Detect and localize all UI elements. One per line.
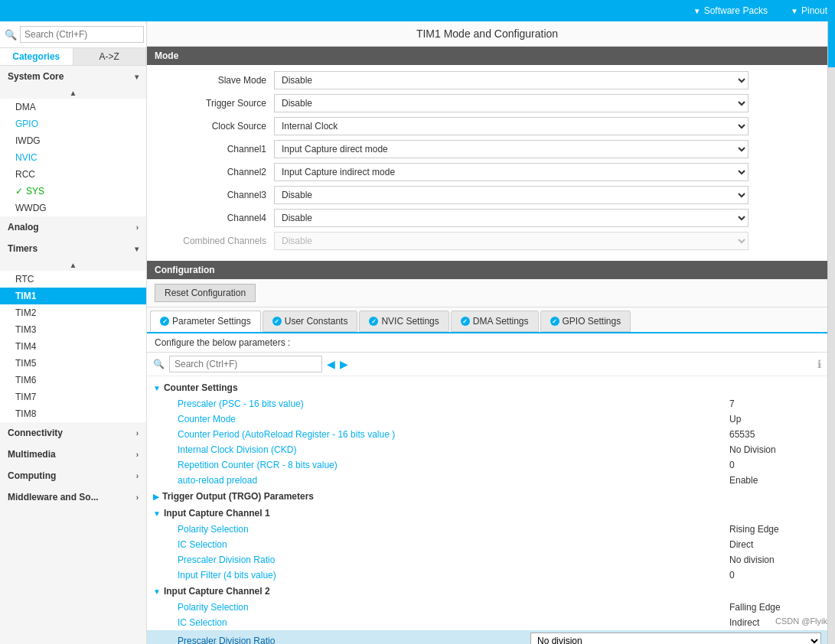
reset-btn-row: Reset Configuration: [147, 279, 827, 307]
sidebar-item-iwdg[interactable]: IWDG: [0, 132, 146, 149]
clock-source-label: Clock Source: [159, 121, 274, 132]
sidebar-item-sys[interactable]: ✓ SYS: [0, 183, 146, 200]
check-icon: ✓: [15, 186, 23, 197]
selected-prescaler-label: Prescaler Division Ratio: [178, 636, 530, 644]
tree-item-label: auto-reload preload: [178, 475, 729, 486]
channel1-select[interactable]: Input Capture direct mode: [274, 140, 749, 158]
tree-group-ic-channel2[interactable]: ▼ Input Capture Channel 2: [147, 583, 827, 600]
combined-channels-select[interactable]: Disable: [274, 232, 749, 250]
tab-dma-settings[interactable]: ✓ DMA Settings: [451, 311, 539, 332]
tab-parameter-settings[interactable]: ✓ Parameter Settings: [150, 311, 261, 332]
chevron-right-icon: ›: [136, 429, 139, 437]
sidebar-item-dma[interactable]: DMA: [0, 99, 146, 115]
chevron-down-icon: ▼: [791, 7, 798, 15]
pinout-menu[interactable]: ▼ Pinout: [791, 5, 827, 16]
nav-prev-button[interactable]: ◀: [327, 358, 335, 370]
mode-section-header: Mode: [147, 47, 827, 65]
content-title: TIM1 Mode and Configuration: [147, 21, 827, 47]
param-search-input[interactable]: [169, 356, 322, 372]
scroll-up-arrow[interactable]: ▲: [0, 87, 146, 99]
combined-channels-row: Combined Channels Disable: [159, 232, 815, 250]
tree-item-value: 65535: [729, 429, 821, 440]
sidebar-item-timers[interactable]: Timers ▾: [0, 238, 146, 259]
chevron-right-icon: ›: [136, 472, 139, 480]
sidebar-item-tim7[interactable]: TIM7: [0, 389, 146, 405]
tree-item-value: 0: [729, 570, 821, 581]
sidebar-item-system-core[interactable]: System Core ▾: [0, 66, 146, 87]
search-icon-button[interactable]: 🔍: [5, 29, 17, 41]
tab-user-constants[interactable]: ✓ User Constants: [263, 311, 358, 332]
sidebar-item-gpio[interactable]: GPIO: [0, 115, 146, 132]
sidebar-item-multimedia[interactable]: Multimedia ›: [0, 444, 146, 465]
pinout-label: Pinout: [801, 5, 827, 16]
trigger-source-select[interactable]: Disable: [274, 94, 749, 112]
content-area: TIM1 Mode and Configuration Mode Slave M…: [147, 21, 827, 644]
tab-categories[interactable]: Categories: [0, 48, 73, 65]
tree-item-value: 7: [729, 398, 821, 409]
sidebar-item-tim6[interactable]: TIM6: [0, 372, 146, 389]
tab-gpio-settings[interactable]: ✓ GPIO Settings: [540, 311, 631, 332]
tree-group-counter-settings[interactable]: ▼ Counter Settings: [147, 379, 827, 396]
reset-config-button[interactable]: Reset Configuration: [155, 284, 256, 302]
sidebar-item-tim8[interactable]: TIM8: [0, 405, 146, 422]
scroll-up-timers-arrow[interactable]: ▲: [0, 259, 146, 271]
list-item: IC Selection Direct: [147, 537, 827, 552]
tab-user-constants-label: User Constants: [285, 316, 348, 327]
tree-item-label: Polarity Selection: [178, 524, 729, 535]
sidebar-item-tim4[interactable]: TIM4: [0, 338, 146, 355]
param-search-row: 🔍 ◀ ▶ ℹ: [147, 353, 827, 376]
sidebar-item-analog[interactable]: Analog ›: [0, 216, 146, 238]
channel3-select[interactable]: Disable: [274, 186, 749, 204]
check-circle-icon: ✓: [550, 317, 559, 326]
clock-source-select[interactable]: Internal Clock: [274, 117, 749, 135]
sidebar-item-tim5[interactable]: TIM5: [0, 355, 146, 372]
slave-mode-select[interactable]: Disable: [274, 71, 749, 89]
sidebar-item-rcc[interactable]: RCC: [0, 166, 146, 183]
scrollbar-thumb[interactable]: [828, 21, 835, 67]
tree-item-value: Up: [729, 414, 821, 424]
analog-label: Analog: [8, 222, 39, 233]
channel2-select[interactable]: Input Capture indirect mode: [274, 163, 749, 181]
check-circle-icon: ✓: [160, 317, 169, 326]
info-icon-button[interactable]: ℹ: [817, 358, 821, 370]
sidebar-item-rtc[interactable]: RTC: [0, 271, 146, 288]
nav-next-button[interactable]: ▶: [340, 358, 348, 370]
connectivity-label: Connectivity: [8, 428, 63, 438]
sidebar-search-input[interactable]: [20, 26, 144, 43]
timers-items: RTC TIM1 TIM2 TIM3 TIM4 TIM5 TIM6 TIM7 T…: [0, 271, 146, 422]
sidebar-item-connectivity[interactable]: Connectivity ›: [0, 422, 146, 444]
tree-item-value: No division: [729, 555, 821, 565]
sidebar-item-tim2[interactable]: TIM2: [0, 304, 146, 321]
tree-item-value: 0: [729, 460, 821, 470]
channel4-select[interactable]: Disable: [274, 209, 749, 227]
slave-mode-row: Slave Mode Disable: [159, 71, 815, 89]
sidebar-item-tim3[interactable]: TIM3: [0, 321, 146, 338]
sidebar-item-tim1[interactable]: TIM1: [0, 288, 146, 304]
prescaler-division-select[interactable]: No division: [530, 633, 821, 644]
right-scrollbar[interactable]: [827, 21, 835, 644]
tab-nvic-settings[interactable]: ✓ NVIC Settings: [359, 311, 448, 332]
tree-item-label: Prescaler Division Ratio: [178, 555, 729, 565]
sidebar-item-nvic[interactable]: NVIC: [0, 149, 146, 166]
tree-group-trigger-output[interactable]: ▶ Trigger Output (TRGO) Parameters: [147, 488, 827, 505]
param-area: Configure the below parameters : 🔍 ◀ ▶ ℹ…: [147, 333, 827, 644]
chevron-right-icon: ›: [136, 493, 139, 502]
channel1-row: Channel1 Input Capture direct mode: [159, 140, 815, 158]
sidebar-item-computing[interactable]: Computing ›: [0, 465, 146, 486]
sidebar-item-wwdg[interactable]: WWDG: [0, 200, 146, 216]
param-tree: ▼ Counter Settings Prescaler (PSC - 16 b…: [147, 376, 827, 644]
tree-group-ic-channel1[interactable]: ▼ Input Capture Channel 1: [147, 505, 827, 522]
computing-label: Computing: [8, 470, 56, 481]
top-bar: ▼ Software Packs ▼ Pinout: [0, 0, 835, 21]
tab-az[interactable]: A->Z: [73, 48, 147, 65]
tree-item-label: Prescaler (PSC - 16 bits value): [178, 398, 729, 409]
sidebar: 🔍 ⚙ Categories A->Z System Core ▾ ▲ DMA …: [0, 21, 147, 644]
collapse-arrow-icon: ▼: [153, 384, 161, 392]
sidebar-item-middleware[interactable]: Middleware and So... ›: [0, 486, 146, 508]
tree-item-label: Repetition Counter (RCR - 8 bits value): [178, 460, 729, 470]
tree-item-label: IC Selection: [178, 617, 729, 628]
tree-item-label: Polarity Selection: [178, 602, 729, 613]
selected-prescaler-row: Prescaler Division Ratio No division: [147, 630, 827, 644]
tree-item-label: Input Filter (4 bits value): [178, 570, 729, 581]
software-packs-menu[interactable]: ▼ Software Packs: [693, 5, 768, 16]
